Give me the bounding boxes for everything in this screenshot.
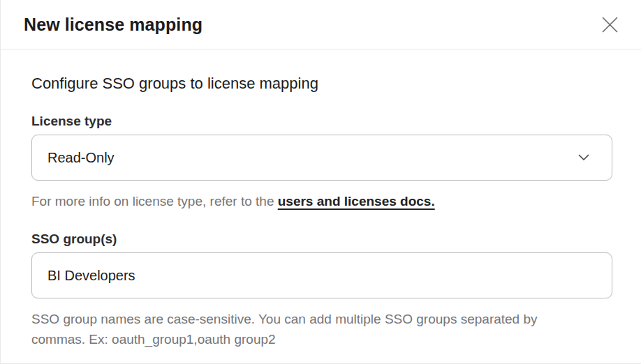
sso-groups-input[interactable] <box>31 252 612 298</box>
chevron-down-icon <box>578 154 589 161</box>
sso-groups-label: SSO group(s) <box>31 231 612 247</box>
close-button[interactable] <box>597 12 622 37</box>
close-icon <box>601 16 619 33</box>
license-type-selected-value: Read-Only <box>47 150 115 166</box>
modal-header: New license mapping <box>1 0 641 50</box>
license-type-select[interactable]: Read-Only <box>31 135 612 181</box>
modal-body: Configure SSO groups to license mapping … <box>1 50 641 349</box>
sso-groups-help: SSO group names are case-sensitive. You … <box>31 309 552 349</box>
new-license-mapping-modal: New license mapping Configure SSO groups… <box>0 0 641 364</box>
license-type-help-text: For more info on license type, refer to … <box>31 194 278 208</box>
license-type-help: For more info on license type, refer to … <box>31 191 612 211</box>
license-type-label: License type <box>31 113 612 129</box>
modal-title: New license mapping <box>24 15 202 35</box>
users-and-licenses-docs-link[interactable]: users and licenses docs. <box>278 194 435 208</box>
form-heading: Configure SSO groups to license mapping <box>31 75 612 93</box>
